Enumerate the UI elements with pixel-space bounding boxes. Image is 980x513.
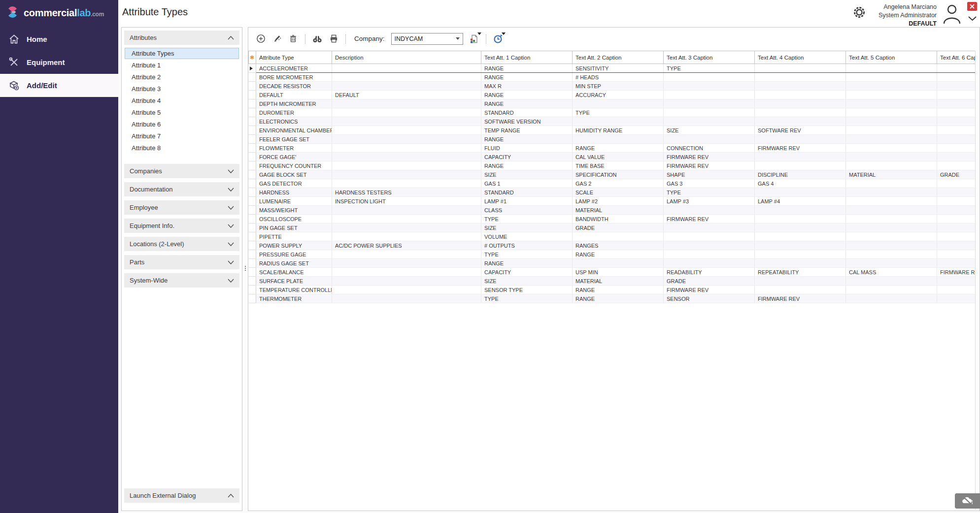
brand-logo[interactable]: commerciallab.com [0,0,118,28]
table-cell[interactable]: GAS 1 [481,179,573,188]
table-cell[interactable]: MASS/WEIGHT [256,206,332,215]
table-cell[interactable]: GAGE BLOCK SET [256,170,332,179]
row-selector-cell[interactable] [249,117,256,126]
table-cell[interactable] [664,250,755,259]
table-cell[interactable] [664,241,755,250]
row-selector-cell[interactable] [249,197,256,206]
row-selector-cell[interactable] [249,126,256,135]
table-cell[interactable] [332,126,481,135]
table-cell[interactable]: DEPTH MICROMETER [256,99,332,108]
table-cell[interactable]: SENSOR TYPE [481,286,573,294]
table-cell[interactable] [937,73,976,82]
table-cell[interactable] [755,91,846,99]
table-row[interactable]: MASS/WEIGHTCLASSMATERIAL [249,206,976,215]
table-cell[interactable]: LAMP #3 [664,197,755,206]
table-cell[interactable] [937,153,976,161]
column-header-text-att-1-caption[interactable]: Text Att. 1 Caption [481,51,573,64]
table-cell[interactable]: RADIUS GAGE SET [256,259,332,268]
table-cell[interactable]: FLUID [481,144,573,153]
table-cell[interactable]: BORE MICROMETER [256,73,332,82]
table-cell[interactable]: TYPE [481,294,573,303]
table-cell[interactable] [755,73,846,82]
table-cell[interactable]: DISCIPLINE [755,170,846,179]
table-cell[interactable] [664,73,755,82]
export-icon[interactable] [469,33,479,44]
table-cell[interactable]: TYPE [664,64,755,73]
table-cell[interactable] [846,250,937,259]
table-cell[interactable] [937,64,976,73]
table-cell[interactable] [755,241,846,250]
table-cell[interactable] [332,82,481,91]
table-cell[interactable]: GRADE [573,224,664,232]
table-cell[interactable] [846,64,937,73]
table-cell[interactable]: STANDARD [481,188,573,197]
table-cell[interactable] [846,188,937,197]
table-cell[interactable] [937,277,976,286]
table-row[interactable]: TEMPERATURE CONTROLLERSENSOR TYPERANGEFI… [249,286,976,294]
table-cell[interactable] [332,161,481,170]
table-cell[interactable]: RANGES [573,241,664,250]
table-cell[interactable] [664,108,755,117]
table-cell[interactable]: HARDNESS TESTERS [332,188,481,197]
table-cell[interactable]: CLASS [481,206,573,215]
table-cell[interactable]: SHAPE [664,170,755,179]
table-cell[interactable] [755,117,846,126]
table-row[interactable]: DEFAULTDEFAULTRANGEACCURACY [249,91,976,99]
table-cell[interactable]: GAS 3 [664,179,755,188]
table-cell[interactable]: MATERIAL [846,170,937,179]
table-cell[interactable] [846,286,937,294]
chat-widget-placeholder[interactable] [955,493,980,509]
table-row[interactable]: DECADE RESISTORMAX RMIN STEP [249,82,976,91]
table-cell[interactable]: PIN GAGE SET [256,224,332,232]
table-cell[interactable]: RANGE [573,294,664,303]
table-cell[interactable] [664,117,755,126]
table-cell[interactable]: ACCELEROMETER [256,64,332,73]
row-selector-cell[interactable] [249,215,256,224]
table-cell[interactable]: POWER SUPPLY [256,241,332,250]
table-cell[interactable]: BANDWIDTH [573,215,664,224]
table-row[interactable]: THERMOMETERTYPERANGESENSORFIRMWARE REV [249,294,976,303]
table-cell[interactable] [664,99,755,108]
table-cell[interactable] [332,99,481,108]
column-header-text-att-3-caption[interactable]: Text Att. 3 Caption [664,51,755,64]
table-cell[interactable] [846,277,937,286]
table-cell[interactable] [664,91,755,99]
table-cell[interactable] [846,117,937,126]
table-cell[interactable]: FIRMWARE REV [755,144,846,153]
row-selector-cell[interactable] [249,188,256,197]
column-header-description[interactable]: Description [332,51,481,64]
table-cell[interactable] [937,91,976,99]
table-cell[interactable]: TYPE [481,215,573,224]
table-cell[interactable]: RANGE [481,73,573,82]
section-system-wide[interactable]: System-Wide [124,273,239,288]
table-cell[interactable]: HARDNESS [256,188,332,197]
table-cell[interactable] [332,268,481,277]
table-cell[interactable]: HUMIDITY RANGE [573,126,664,135]
table-cell[interactable] [937,241,976,250]
section-documentation[interactable]: Documentation [124,182,239,196]
table-cell[interactable] [332,117,481,126]
table-cell[interactable] [664,224,755,232]
row-selector-cell[interactable] [249,135,256,144]
table-cell[interactable] [755,99,846,108]
row-selector-cell[interactable] [249,82,256,91]
table-cell[interactable]: FORCE GAGE' [256,153,332,161]
table-cell[interactable]: RANGE [481,259,573,268]
table-cell[interactable] [755,232,846,241]
table-row[interactable]: FREQUENCY COUNTERRANGETIME BASEFIRMWARE … [249,161,976,170]
table-cell[interactable] [332,64,481,73]
row-selector-cell[interactable] [249,73,256,82]
sidebar-item-add-edit[interactable]: Add/Edit [0,74,118,97]
table-row[interactable]: PRESSURE GAGETYPERANGE [249,250,976,259]
table-cell[interactable]: GAS 4 [755,179,846,188]
table-cell[interactable] [846,232,937,241]
column-header-text-att-5-caption[interactable]: Text Att. 5 Caption [846,51,937,64]
table-cell[interactable]: SIZE [481,170,573,179]
table-cell[interactable]: ENVIRONMENTAL CHAMBER [256,126,332,135]
panel-item-attribute-3[interactable]: Attribute 3 [125,83,239,95]
table-cell[interactable]: LAMP #4 [755,197,846,206]
table-cell[interactable] [755,286,846,294]
table-cell[interactable]: THERMOMETER [256,294,332,303]
table-cell[interactable] [937,215,976,224]
table-cell[interactable]: ELECTRONICS [256,117,332,126]
